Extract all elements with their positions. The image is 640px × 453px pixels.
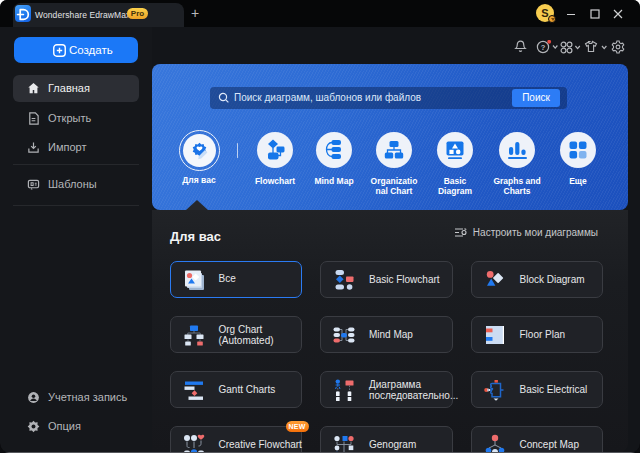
svg-text:?: ?	[541, 43, 546, 52]
